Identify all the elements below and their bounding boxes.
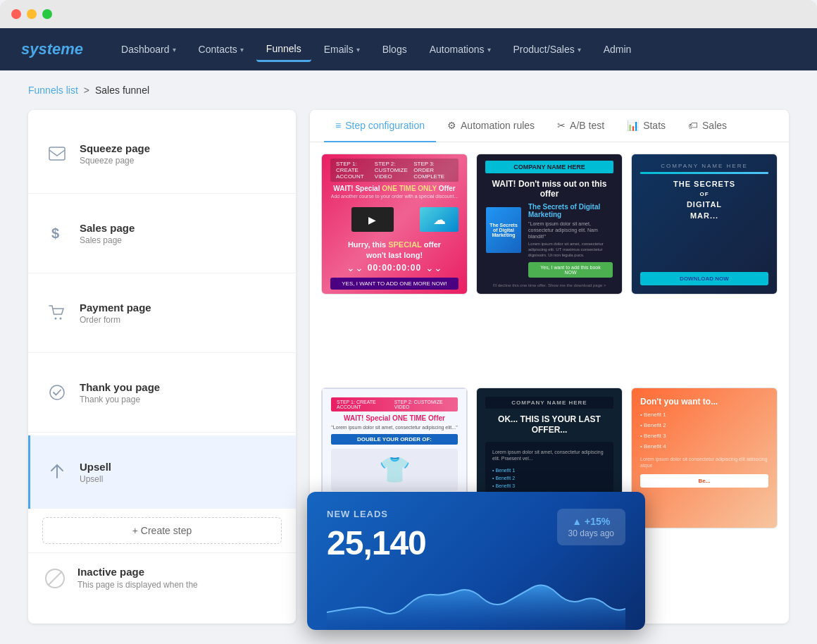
copy-button[interactable]: ⧉ bbox=[265, 445, 282, 462]
window-chrome bbox=[0, 0, 817, 28]
copy-button[interactable]: ⧉ bbox=[265, 286, 282, 303]
bar-chart-icon: 📊 bbox=[627, 120, 639, 131]
svg-point-3 bbox=[60, 318, 62, 320]
leads-badge: ▲ +15% 30 days ago bbox=[557, 509, 625, 545]
tabs: ≡ Step configuration ⚙ Automation rules … bbox=[310, 110, 789, 142]
sidebar-payment-title: Payment page bbox=[80, 302, 265, 314]
sidebar-item-squeeze[interactable]: Squeeze page Squeeze page ⧉ ↕ 🗑 bbox=[28, 117, 296, 190]
logo: systeme bbox=[21, 40, 83, 58]
tab-stats[interactable]: 📊 Stats bbox=[616, 110, 677, 142]
sidebar-sales-text: Sales page Sales page bbox=[80, 222, 265, 245]
sidebar-sales-subtitle: Sales page bbox=[80, 235, 265, 245]
tab-automation-rules[interactable]: ⚙ Automation rules bbox=[436, 110, 546, 142]
sidebar-upsell-subtitle: Upsell bbox=[80, 474, 265, 484]
template-card-2[interactable]: COMPANY NAME HERE WAIT! Don't miss out o… bbox=[476, 154, 623, 295]
chevron-icon: ▾ bbox=[578, 46, 581, 54]
breadcrumb-parent[interactable]: Funnels list bbox=[28, 85, 78, 96]
breadcrumb-separator: > bbox=[84, 85, 89, 96]
dot-red[interactable] bbox=[11, 9, 21, 19]
create-step-button[interactable]: + Create step bbox=[42, 517, 282, 544]
sidebar-upsell-title: Upsell bbox=[80, 461, 265, 473]
svg-point-4 bbox=[50, 385, 64, 400]
tab-step-configuration[interactable]: ≡ Step configuration bbox=[324, 110, 436, 142]
copy-button[interactable]: ⧉ bbox=[265, 366, 282, 383]
navbar: systeme Dashboard ▾ Contacts ▾ Funnels E… bbox=[0, 28, 817, 70]
move-button[interactable]: ↕ bbox=[265, 464, 282, 481]
nav-admin[interactable]: Admin bbox=[594, 38, 642, 61]
template-card-6[interactable]: Don't you want to... • Benefit 1 • Benef… bbox=[631, 388, 778, 528]
dot-yellow[interactable] bbox=[27, 9, 37, 19]
sidebar-item-upsell[interactable]: Upsell Upsell ⧉ ↕ 🗑 bbox=[28, 435, 296, 509]
sidebar-item-thankyou[interactable]: Thank you page Thank you page ⧉ ↕ 🗑 bbox=[28, 356, 296, 429]
svg-point-2 bbox=[55, 318, 57, 320]
delete-button[interactable]: 🗑 bbox=[265, 402, 282, 419]
sidebar-upsell-text: Upsell Upsell bbox=[80, 461, 265, 484]
leads-period: 30 days ago bbox=[568, 528, 614, 538]
leads-left: NEW LEADS 25,140 bbox=[327, 509, 426, 574]
delete-button[interactable]: 🗑 bbox=[265, 163, 282, 180]
sidebar-item-inactive[interactable]: Inactive page This page is displayed whe… bbox=[28, 556, 296, 601]
nav-dashboard[interactable]: Dashboard ▾ bbox=[111, 38, 186, 61]
inactive-subtitle: This page is displayed when the bbox=[77, 579, 198, 591]
breadcrumb-current: Sales funnel bbox=[95, 85, 149, 96]
move-button[interactable]: ↕ bbox=[265, 384, 282, 401]
nav-emails[interactable]: Emails ▾ bbox=[314, 38, 370, 61]
breadcrumb: Funnels list > Sales funnel bbox=[0, 70, 817, 103]
sidebar-item-sales[interactable]: $ Sales page Sales page ⧉ ↕ 🗑 bbox=[28, 197, 296, 270]
nav-blogs[interactable]: Blogs bbox=[373, 38, 417, 61]
list-icon: ≡ bbox=[335, 120, 341, 131]
envelope-icon bbox=[44, 141, 70, 166]
tab-ab-test[interactable]: ✂ A/B test bbox=[546, 110, 616, 142]
sidebar-sales-title: Sales page bbox=[80, 222, 265, 234]
chevron-icon: ▾ bbox=[356, 46, 360, 54]
leads-change: ▲ +15% bbox=[568, 516, 614, 527]
leads-label: NEW LEADS bbox=[327, 509, 426, 519]
nav-items: Dashboard ▾ Contacts ▾ Funnels Emails ▾ … bbox=[111, 37, 796, 62]
leads-chart bbox=[327, 574, 625, 630]
nav-funnels[interactable]: Funnels bbox=[256, 37, 311, 62]
sidebar-payment-text: Payment page Order form bbox=[80, 302, 265, 325]
template-card-1[interactable]: STEP 1: CREATE ACCOUNTSTEP 2: CUSTOMIZE … bbox=[321, 154, 468, 295]
chevron-icon: ▾ bbox=[173, 46, 176, 54]
sidebar-squeeze-text: Squeeze page Squeeze page bbox=[80, 142, 265, 166]
move-button[interactable]: ↕ bbox=[265, 145, 282, 162]
nav-product-sales[interactable]: Product/Sales ▾ bbox=[504, 38, 591, 61]
tab-sales[interactable]: 🏷 Sales bbox=[677, 110, 738, 142]
chevron-icon: ▾ bbox=[240, 46, 244, 54]
sidebar-squeeze-title: Squeeze page bbox=[80, 142, 265, 154]
sidebar-thankyou-subtitle: Thank you page bbox=[80, 395, 265, 404]
copy-button[interactable]: ⧉ bbox=[265, 206, 282, 223]
cart-icon bbox=[44, 300, 70, 326]
tag-icon: 🏷 bbox=[688, 120, 698, 131]
move-button[interactable]: ↕ bbox=[265, 304, 282, 321]
chevron-icon: ▾ bbox=[487, 46, 491, 54]
sidebar: Squeeze page Squeeze page ⧉ ↕ 🗑 $ Sales … bbox=[28, 110, 296, 624]
check-icon bbox=[44, 380, 70, 405]
template-card-3[interactable]: COMPANY NAME HERE THE SECRETS OF DIGITAL… bbox=[631, 154, 778, 295]
nav-contacts[interactable]: Contacts ▾ bbox=[189, 38, 254, 61]
ban-icon bbox=[42, 566, 68, 591]
sidebar-item-payment[interactable]: Payment page Order form ⧉ ↕ 🗑 bbox=[28, 276, 296, 349]
scissors-icon: ✂ bbox=[557, 120, 566, 131]
copy-button[interactable]: ⧉ bbox=[265, 127, 282, 144]
nav-automations[interactable]: Automations ▾ bbox=[420, 38, 501, 61]
svg-rect-0 bbox=[49, 147, 65, 160]
leads-number: 25,140 bbox=[327, 524, 426, 562]
leads-overlay-card: NEW LEADS 25,140 ▲ +15% 30 days ago bbox=[307, 492, 645, 630]
inactive-text: Inactive page This page is displayed whe… bbox=[77, 566, 198, 591]
leads-header: NEW LEADS 25,140 ▲ +15% 30 days ago bbox=[327, 509, 625, 574]
delete-button[interactable]: 🗑 bbox=[265, 243, 282, 260]
dot-green[interactable] bbox=[42, 9, 52, 19]
svg-text:$: $ bbox=[51, 225, 59, 241]
gear-icon: ⚙ bbox=[447, 120, 456, 131]
inactive-title: Inactive page bbox=[77, 566, 198, 578]
move-button[interactable]: ↕ bbox=[265, 225, 282, 242]
arrow-up-icon bbox=[44, 459, 70, 485]
dollar-icon: $ bbox=[44, 221, 70, 246]
sidebar-thankyou-text: Thank you page Thank you page bbox=[80, 381, 265, 404]
sidebar-thankyou-title: Thank you page bbox=[80, 381, 265, 393]
sidebar-payment-subtitle: Order form bbox=[80, 315, 265, 325]
sidebar-squeeze-subtitle: Squeeze page bbox=[80, 156, 265, 166]
delete-button[interactable]: 🗑 bbox=[265, 482, 282, 499]
delete-button[interactable]: 🗑 bbox=[265, 323, 282, 340]
